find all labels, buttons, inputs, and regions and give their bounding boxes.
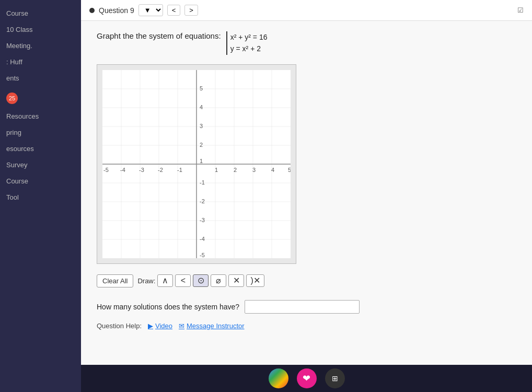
video-link[interactable]: ▶ Video <box>148 322 172 330</box>
svg-text:-2: -2 <box>158 167 163 173</box>
sidebar-item-course[interactable]: Course <box>0 5 81 21</box>
svg-text:3: 3 <box>200 123 203 129</box>
solutions-row: How many solutions does the system have? <box>97 300 516 314</box>
draw-paren-cross-button[interactable]: )✕ <box>246 274 264 287</box>
sidebar: Course 10 Class Meeting. : Huff ents 25 … <box>0 0 81 392</box>
svg-text:5: 5 <box>288 167 291 173</box>
svg-text:4: 4 <box>271 167 274 173</box>
main-area: Question 9 ▼ < > ☑ Grapht the the system… <box>81 0 532 392</box>
chrome-icon[interactable] <box>269 368 288 388</box>
sidebar-item-esources[interactable]: esources <box>0 141 81 157</box>
badge-number: 25 <box>6 93 18 104</box>
svg-text:-5: -5 <box>103 167 109 173</box>
solutions-input[interactable] <box>245 300 360 314</box>
sidebar-item-class[interactable]: 10 Class <box>0 21 81 38</box>
topbar-right-icon: ☑ <box>517 6 524 14</box>
sidebar-item-badge[interactable]: 25 <box>0 86 81 108</box>
svg-text:2: 2 <box>234 167 237 173</box>
svg-text:-5: -5 <box>200 252 205 258</box>
prev-button[interactable]: < <box>167 5 181 16</box>
svg-text:-1: -1 <box>200 179 205 186</box>
sidebar-item-survey[interactable]: Survey <box>0 157 81 173</box>
question-label: Question 9 <box>99 6 134 15</box>
svg-text:-3: -3 <box>200 217 205 223</box>
sidebar-item-tool[interactable]: Tool <box>0 189 81 205</box>
question-dot <box>89 8 95 13</box>
dark-app-icon[interactable]: ⊞ <box>325 368 345 388</box>
sidebar-item-pring[interactable]: pring <box>0 124 81 141</box>
svg-text:-1: -1 <box>177 167 182 173</box>
clear-all-button[interactable]: Clear All <box>97 274 133 287</box>
sidebar-item-course2[interactable]: Course <box>0 173 81 189</box>
problem-statement: Grapht the the system of equations: x² +… <box>97 31 516 55</box>
svg-text:1: 1 <box>200 158 203 164</box>
svg-text:4: 4 <box>200 104 203 110</box>
draw-toolbar: Clear All Draw: ∧ < ⊙ ⌀ ✕ )✕ <box>97 274 516 287</box>
equation-2: y = x² + 2 <box>230 43 268 54</box>
sidebar-item-students[interactable]: ents <box>0 70 81 86</box>
graph-container: 5 4 3 2 1 -1 -2 -3 -4 -5 -5 -4 -3 -2 -1 <box>97 64 296 264</box>
question-help: Question Help: ▶ Video ✉ Message Instruc… <box>97 322 516 330</box>
pink-app-icon[interactable]: ❤ <box>297 368 317 388</box>
sidebar-item-meeting[interactable]: Meeting. <box>0 38 81 54</box>
solutions-question: How many solutions does the system have? <box>97 303 239 311</box>
svg-text:-3: -3 <box>139 167 144 173</box>
svg-text:-4: -4 <box>200 236 205 242</box>
question-dropdown[interactable]: ▼ <box>138 4 163 16</box>
content-area: Grapht the the system of equations: x² +… <box>81 21 532 365</box>
svg-text:1: 1 <box>215 167 218 173</box>
svg-text:5: 5 <box>200 85 203 91</box>
topbar: Question 9 ▼ < > ☑ <box>81 0 532 21</box>
draw-label: Draw: <box>137 277 155 285</box>
equation-1: x² + y² = 16 <box>230 31 268 43</box>
taskbar: ❤ ⊞ <box>81 365 532 392</box>
draw-loop-button[interactable]: ⌀ <box>211 274 226 287</box>
sidebar-item-teacher[interactable]: : Huff <box>0 54 81 70</box>
video-icon: ▶ <box>148 322 153 330</box>
svg-text:3: 3 <box>252 167 256 173</box>
svg-text:-2: -2 <box>200 198 205 204</box>
next-button[interactable]: > <box>184 5 198 16</box>
equation-block: x² + y² = 16 y = x² + 2 <box>226 31 268 55</box>
graph-area[interactable]: 5 4 3 2 1 -1 -2 -3 -4 -5 -5 -4 -3 -2 -1 <box>102 70 291 258</box>
message-link[interactable]: ✉ Message Instructor <box>179 322 245 330</box>
statement-text: Grapht the the system of equations: <box>97 31 221 40</box>
grid-svg: 5 4 3 2 1 -1 -2 -3 -4 -5 -5 -4 -3 -2 -1 <box>102 70 291 258</box>
svg-text:2: 2 <box>200 142 203 148</box>
svg-text:-4: -4 <box>120 167 125 173</box>
sidebar-item-resources[interactable]: Resources <box>0 108 81 124</box>
draw-wave-button[interactable]: ∧ <box>157 274 173 287</box>
draw-angle-button[interactable]: < <box>175 274 191 287</box>
draw-circle-button[interactable]: ⊙ <box>193 274 209 287</box>
message-icon: ✉ <box>179 322 184 330</box>
draw-cross-button[interactable]: ✕ <box>228 274 244 287</box>
help-label: Question Help: <box>97 322 142 330</box>
